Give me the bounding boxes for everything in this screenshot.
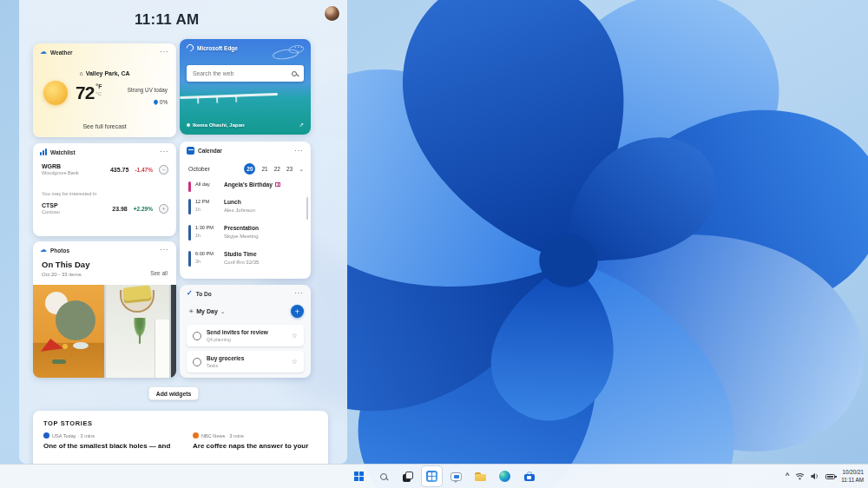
unit-fahrenheit[interactable]: °F (95, 83, 102, 89)
add-widgets-button[interactable]: Add widgets (148, 386, 199, 400)
remove-stock-icon[interactable]: − (159, 165, 168, 175)
story-source: NBC News · 3 mins (201, 433, 244, 439)
microsoft-store-button[interactable] (519, 466, 539, 486)
watchlist-widget[interactable]: Watchlist ··· WGRB Woodgrove Bank 435.75… (33, 143, 176, 236)
sun-icon: ☀ (188, 308, 194, 315)
calendar-event[interactable]: 1:30 PM 1h Presentation Skype Meeting (188, 225, 305, 241)
stock-row[interactable]: CTSP Contoso 23.98 +2.29% + (42, 202, 169, 214)
search-input[interactable] (187, 70, 292, 76)
todo-widget[interactable]: ✓ To Do ··· ☀ My Day ⌄ + Send invites fo… (180, 285, 311, 378)
speaker-icon[interactable] (811, 472, 819, 480)
event-title: Angela's Birthday (224, 181, 273, 188)
todo-icon: ✓ (187, 290, 193, 297)
see-full-forecast-link[interactable]: See full forecast (33, 123, 176, 129)
news-story[interactable]: NBC News · 3 mins Are coffee naps the an… (193, 432, 330, 450)
edge-search-bar[interactable] (187, 65, 304, 82)
task-view-button[interactable] (398, 466, 418, 486)
photos-title: Photos (50, 247, 69, 254)
event-duration: 1h (195, 207, 220, 212)
unit-celsius[interactable]: °C (95, 91, 102, 96)
more-options-icon[interactable]: ··· (294, 46, 304, 49)
droplet-icon (153, 99, 159, 105)
search-icon (380, 473, 387, 480)
event-time: 12 PM (195, 199, 220, 204)
add-stock-icon[interactable]: + (159, 204, 168, 214)
event-color-bar (188, 225, 191, 241)
task-subtitle: Tasks (207, 363, 244, 368)
weather-widget[interactable]: ☁ Weather ··· ⌂ Valley Park, CA 72 °F °C… (33, 43, 176, 137)
add-task-button[interactable]: + (291, 305, 304, 318)
photo-thumbnail[interactable] (171, 285, 176, 378)
task-checkbox[interactable] (193, 358, 201, 366)
photo-caption: Ikema Ohashi, Japan (193, 122, 245, 128)
expand-icon[interactable]: ↗ (299, 122, 304, 129)
todo-list-selector[interactable]: My Day (196, 308, 218, 314)
file-explorer-button[interactable] (470, 466, 490, 486)
photos-heading: On This Day (42, 260, 89, 269)
store-icon (524, 472, 535, 481)
stock-row[interactable]: WGRB Woodgrove Bank 435.75 -1.47% − (42, 163, 169, 175)
event-time: 1:30 PM (195, 225, 220, 230)
task-row[interactable]: Buy groceries Tasks ☆ (187, 351, 304, 373)
stock-name: Woodgrove Bank (42, 170, 104, 175)
story-headline[interactable]: Are coffee naps the answer to your (193, 442, 330, 450)
start-button[interactable] (349, 466, 369, 486)
bridge-photo (180, 93, 278, 98)
calendar-date-21[interactable]: 21 (261, 166, 267, 172)
more-options-icon[interactable]: ··· (160, 150, 169, 154)
chat-button[interactable] (446, 466, 466, 486)
folder-icon (475, 472, 486, 481)
chevron-down-icon[interactable]: ⌄ (220, 308, 226, 315)
widgets-button[interactable] (422, 466, 442, 486)
edge-widget[interactable]: Microsoft Edge ··· Ikema Ohashi, Japan ↗ (180, 39, 311, 135)
calendar-event[interactable]: 12 PM 1h Lunch Alex Johnson (188, 199, 305, 214)
calendar-date-20[interactable]: 20 (244, 163, 255, 175)
more-options-icon[interactable]: ··· (160, 50, 169, 54)
avatar[interactable] (325, 6, 339, 21)
calendar-widget[interactable]: Calendar ··· October 20 21 22 23 ⌄ All d… (180, 142, 311, 279)
scrollbar[interactable] (306, 197, 308, 220)
gift-icon (275, 182, 280, 187)
event-subtitle: Conf Rm 32/35 (224, 260, 259, 265)
story-headline[interactable]: One of the smallest black holes — and (43, 442, 181, 450)
show-hidden-icons-button[interactable]: ^ (786, 472, 790, 479)
photos-widget[interactable]: ☁ Photos ··· On This Day Oct 20 - 33 ite… (33, 241, 176, 378)
task-title: Buy groceries (207, 355, 244, 361)
weather-location-label: Valley Park, CA (86, 70, 130, 76)
calendar-date-23[interactable]: 23 (286, 166, 293, 172)
battery-icon[interactable] (825, 474, 835, 479)
task-checkbox[interactable] (193, 332, 201, 340)
more-options-icon[interactable]: ··· (294, 292, 304, 295)
chevron-down-icon[interactable]: ⌄ (299, 166, 304, 173)
watchlist-icon (40, 148, 47, 155)
photo-thumbnail[interactable] (106, 285, 169, 378)
weather-location[interactable]: ⌂ Valley Park, CA (33, 70, 176, 76)
edge-title: Microsoft Edge (197, 45, 238, 51)
calendar-date-22[interactable]: 22 (274, 166, 280, 172)
taskbar-clock[interactable]: 10/20/21 11:11 AM (841, 469, 864, 485)
taskbar-search-button[interactable] (373, 466, 393, 486)
taskbar-time: 11:11 AM (841, 477, 864, 485)
photo-collage[interactable] (33, 285, 176, 378)
photo-thumbnail[interactable] (33, 285, 104, 378)
event-color-bar (188, 181, 191, 192)
more-options-icon[interactable]: ··· (160, 248, 169, 252)
stock-symbol: CTSP (42, 202, 106, 208)
calendar-event[interactable]: 6:00 PM 3h Studio Time Conf Rm 32/35 (188, 251, 305, 267)
event-title: Presentation (224, 225, 259, 231)
task-row[interactable]: Send invites for review Q4 planning ☆ (187, 325, 304, 346)
event-time: 6:00 PM (195, 251, 220, 256)
weather-temp: 72 (76, 82, 94, 103)
star-icon[interactable]: ☆ (292, 358, 298, 366)
event-duration: 1h (195, 233, 220, 238)
search-icon[interactable] (292, 71, 297, 76)
calendar-event[interactable]: All day Angela's Birthday (188, 181, 305, 192)
more-options-icon[interactable]: ··· (294, 149, 304, 153)
edge-logo-icon (185, 43, 194, 52)
taskbar-date: 10/20/21 (841, 469, 864, 477)
wifi-icon[interactable] (795, 472, 805, 480)
star-icon[interactable]: ☆ (292, 332, 298, 340)
news-story[interactable]: USA Today · 3 mins One of the smallest b… (43, 432, 181, 450)
see-all-link[interactable]: See all (150, 270, 168, 276)
edge-browser-button[interactable] (495, 466, 515, 486)
